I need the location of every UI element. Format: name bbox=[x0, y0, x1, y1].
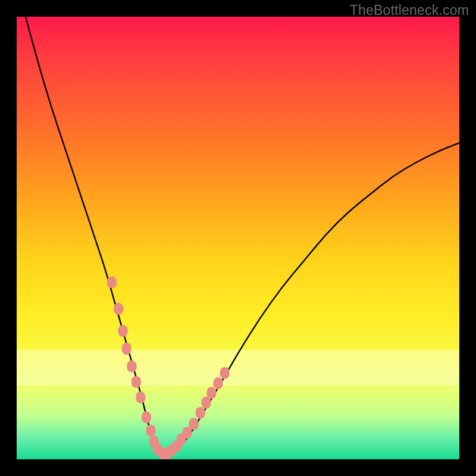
marker-dot bbox=[146, 425, 155, 437]
marker-dot bbox=[206, 387, 216, 399]
marker-dot bbox=[201, 397, 211, 409]
marker-dot bbox=[131, 376, 141, 388]
watermark-text: TheBottleneck.com bbox=[350, 2, 469, 18]
marker-dot bbox=[220, 367, 230, 379]
marker-dot bbox=[189, 418, 199, 430]
marker-dot bbox=[136, 392, 145, 403]
bottleneck-curve bbox=[26, 17, 459, 455]
marker-dot bbox=[142, 411, 151, 423]
marker-dot bbox=[214, 377, 223, 389]
marker-dot bbox=[114, 303, 123, 315]
marker-dot bbox=[182, 427, 192, 439]
chart-frame: TheBottleneck.com bbox=[0, 0, 476, 476]
highlight-markers bbox=[107, 276, 230, 459]
marker-dot bbox=[107, 276, 117, 288]
marker-dot bbox=[122, 343, 131, 355]
marker-dot bbox=[118, 325, 128, 337]
plot-area bbox=[17, 17, 459, 459]
chart-svg bbox=[17, 17, 459, 459]
marker-dot bbox=[196, 407, 205, 419]
marker-dot bbox=[127, 361, 136, 372]
